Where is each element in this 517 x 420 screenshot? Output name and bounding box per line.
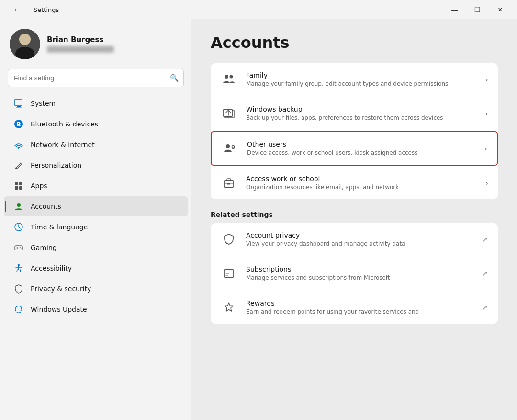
sidebar-item-network[interactable]: Network & internet (4, 135, 188, 155)
svg-point-25 (232, 146, 235, 148)
gaming-icon (13, 242, 24, 253)
svg-rect-12 (19, 186, 22, 190)
svg-point-18 (20, 247, 21, 248)
subscriptions-icon (220, 265, 237, 282)
sidebar-item-privacy[interactable]: Privacy & security (4, 279, 188, 299)
backup-icon (220, 105, 237, 122)
setting-item-work[interactable]: Access work or school Organization resou… (211, 167, 498, 199)
svg-point-22 (230, 75, 233, 79)
nav-list: System B Bluetooth & devices (0, 93, 191, 320)
back-button[interactable]: ← (6, 2, 28, 17)
svg-rect-11 (15, 186, 18, 190)
minimize-button[interactable]: — (443, 2, 465, 17)
svg-rect-27 (227, 183, 230, 185)
sidebar-label-update: Windows Update (31, 306, 87, 313)
sidebar-item-accounts[interactable]: Accounts (4, 196, 188, 216)
account-privacy-desc: View your privacy dashboard and manage a… (246, 240, 473, 248)
svg-rect-3 (14, 100, 22, 105)
privacy-icon (13, 284, 24, 294)
sidebar-item-time[interactable]: Time & language (4, 217, 188, 237)
update-icon (13, 304, 24, 315)
user-email (47, 46, 114, 53)
setting-item-family[interactable]: Family Manage your family group, edit ac… (211, 63, 498, 96)
family-text: Family Manage your family group, edit ac… (246, 71, 477, 88)
sidebar-item-gaming[interactable]: Gaming (4, 238, 188, 258)
family-desc: Manage your family group, edit account t… (246, 80, 477, 88)
maximize-button[interactable]: ❐ (466, 2, 488, 17)
content-area: Accounts Family Manage your family group (191, 19, 517, 420)
sidebar-item-system[interactable]: System (4, 93, 188, 114)
close-button[interactable]: ✕ (489, 2, 511, 17)
sidebar-label-gaming: Gaming (31, 244, 57, 251)
time-icon (13, 222, 24, 232)
accounts-icon (13, 201, 24, 212)
sidebar: Brian Burgess 🔍 System (0, 19, 191, 420)
subscriptions-text: Subscriptions Manage services and subscr… (246, 265, 473, 282)
subscriptions-external-icon: ↗ (482, 269, 488, 278)
backup-chevron: › (485, 109, 488, 118)
family-icon (220, 71, 237, 88)
sidebar-item-personalization[interactable]: Personalization (4, 155, 188, 175)
page-title: Accounts (211, 34, 498, 52)
subscriptions-name: Subscriptions (246, 265, 473, 273)
work-name: Access work or school (246, 175, 477, 182)
sidebar-label-network: Network & internet (31, 141, 95, 148)
sidebar-item-bluetooth[interactable]: B Bluetooth & devices (4, 114, 188, 134)
avatar (10, 29, 40, 59)
work-chevron: › (485, 179, 488, 188)
setting-item-other-users[interactable]: Other users Device access, work or schoo… (211, 131, 498, 166)
work-text: Access work or school Organization resou… (246, 175, 477, 192)
svg-rect-9 (15, 182, 18, 185)
other-users-chevron: › (484, 144, 487, 153)
subscriptions-desc: Manage services and subscriptions from M… (246, 274, 473, 282)
work-icon (220, 174, 237, 192)
title-bar: ← Settings — ❐ ✕ (0, 0, 517, 19)
svg-point-19 (21, 248, 22, 249)
setting-item-backup[interactable]: Windows backup Back up your files, apps,… (211, 97, 498, 130)
family-name: Family (246, 71, 477, 79)
work-desc: Organization resources like email, apps,… (246, 183, 477, 192)
sidebar-label-privacy: Privacy & security (31, 285, 91, 293)
bluetooth-icon: B (13, 119, 24, 129)
svg-point-21 (225, 75, 228, 79)
related-settings-title: Related settings (211, 211, 498, 218)
sidebar-label-apps: Apps (31, 182, 47, 190)
sidebar-label-accessibility: Accessibility (31, 264, 72, 272)
system-icon (13, 98, 24, 109)
svg-rect-4 (17, 106, 21, 107)
account-privacy-external-icon: ↗ (482, 235, 488, 244)
sidebar-label-personalization: Personalization (31, 161, 81, 169)
rewards-name: Rewards (246, 299, 473, 307)
personalization-icon (13, 160, 24, 170)
sidebar-item-accessibility[interactable]: Accessibility (4, 258, 188, 278)
sidebar-label-time: Time & language (31, 223, 88, 231)
backup-desc: Back up your files, apps, preferences to… (246, 114, 477, 122)
user-profile[interactable]: Brian Burgess (0, 19, 191, 67)
setting-item-subscriptions[interactable]: Subscriptions Manage services and subscr… (211, 257, 498, 290)
rewards-desc: Earn and redeem points for using your fa… (246, 308, 473, 316)
setting-item-account-privacy[interactable]: Account privacy View your privacy dashbo… (211, 223, 498, 256)
svg-point-24 (226, 144, 230, 148)
user-name: Brian Burgess (47, 35, 114, 44)
app-body: Brian Burgess 🔍 System (0, 19, 517, 420)
account-privacy-text: Account privacy View your privacy dashbo… (246, 231, 473, 248)
search-box: 🔍 (8, 69, 184, 87)
svg-rect-10 (19, 182, 22, 185)
svg-point-13 (17, 203, 21, 207)
setting-item-rewards[interactable]: Rewards Earn and redeem points for using… (211, 291, 498, 324)
window-controls: — ❐ ✕ (443, 2, 511, 17)
related-settings-list: Account privacy View your privacy dashbo… (211, 223, 498, 324)
svg-rect-5 (16, 107, 22, 108)
sidebar-label-bluetooth: Bluetooth & devices (31, 120, 98, 128)
apps-icon (13, 181, 24, 191)
rewards-icon (220, 299, 237, 316)
accounts-settings-list: Family Manage your family group, edit ac… (211, 63, 498, 199)
user-info: Brian Burgess (47, 35, 114, 53)
backup-text: Windows backup Back up your files, apps,… (246, 105, 477, 122)
sidebar-item-update[interactable]: Windows Update (4, 299, 188, 319)
search-input[interactable] (8, 69, 184, 87)
sidebar-item-apps[interactable]: Apps (4, 176, 188, 196)
other-users-text: Other users Device access, work or schoo… (247, 140, 476, 157)
network-icon (13, 139, 24, 150)
sidebar-label-system: System (31, 100, 56, 107)
